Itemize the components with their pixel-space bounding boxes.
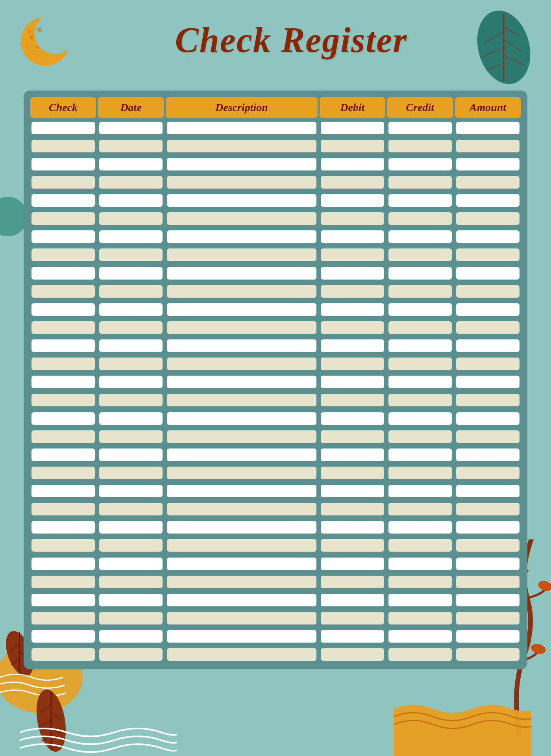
table-cell[interactable] xyxy=(98,501,164,517)
table-cell[interactable] xyxy=(455,574,521,590)
table-cell[interactable] xyxy=(98,392,164,408)
table-cell[interactable] xyxy=(98,647,164,663)
table-cell[interactable] xyxy=(30,174,96,190)
table-cell[interactable] xyxy=(387,265,453,281)
table-cell[interactable] xyxy=(166,574,318,590)
table-cell[interactable] xyxy=(166,138,318,154)
table-cell[interactable] xyxy=(455,647,521,663)
table-cell[interactable] xyxy=(387,574,453,590)
table-cell[interactable] xyxy=(166,301,318,317)
table-cell[interactable] xyxy=(166,338,318,354)
table-cell[interactable] xyxy=(455,229,521,245)
table-cell[interactable] xyxy=(30,301,96,317)
table-cell[interactable] xyxy=(166,410,318,426)
table-cell[interactable] xyxy=(455,319,521,335)
table-cell[interactable] xyxy=(98,428,164,445)
table-cell[interactable] xyxy=(166,193,318,209)
table-cell[interactable] xyxy=(387,247,453,263)
table-cell[interactable] xyxy=(166,447,318,463)
table-cell[interactable] xyxy=(30,356,96,372)
table-cell[interactable] xyxy=(30,138,96,154)
table-cell[interactable] xyxy=(455,211,521,227)
table-cell[interactable] xyxy=(166,356,318,372)
table-cell[interactable] xyxy=(166,592,318,608)
table-cell[interactable] xyxy=(387,537,453,554)
table-cell[interactable] xyxy=(98,338,164,354)
table-cell[interactable] xyxy=(30,319,96,335)
table-cell[interactable] xyxy=(387,647,453,663)
table-cell[interactable] xyxy=(320,428,385,445)
table-cell[interactable] xyxy=(166,374,318,390)
table-cell[interactable] xyxy=(30,193,96,209)
table-cell[interactable] xyxy=(320,628,385,645)
table-cell[interactable] xyxy=(98,247,164,263)
table-cell[interactable] xyxy=(166,610,318,626)
table-cell[interactable] xyxy=(387,519,453,536)
table-cell[interactable] xyxy=(387,174,453,190)
table-cell[interactable] xyxy=(387,483,453,499)
table-cell[interactable] xyxy=(98,301,164,317)
table-cell[interactable] xyxy=(387,138,453,154)
table-cell[interactable] xyxy=(30,592,96,608)
table-cell[interactable] xyxy=(455,301,521,317)
table-cell[interactable] xyxy=(166,283,318,299)
table-cell[interactable] xyxy=(320,392,385,408)
table-cell[interactable] xyxy=(166,647,318,663)
table-cell[interactable] xyxy=(98,628,164,645)
table-cell[interactable] xyxy=(98,519,164,536)
table-cell[interactable] xyxy=(98,592,164,608)
table-cell[interactable] xyxy=(30,283,96,299)
table-cell[interactable] xyxy=(320,519,385,536)
table-cell[interactable] xyxy=(455,556,521,572)
table-cell[interactable] xyxy=(387,501,453,517)
table-cell[interactable] xyxy=(98,283,164,299)
table-cell[interactable] xyxy=(30,374,96,390)
table-cell[interactable] xyxy=(455,519,521,536)
table-cell[interactable] xyxy=(166,556,318,572)
table-cell[interactable] xyxy=(387,428,453,445)
table-cell[interactable] xyxy=(166,537,318,554)
table-cell[interactable] xyxy=(320,465,385,481)
table-cell[interactable] xyxy=(30,610,96,626)
table-cell[interactable] xyxy=(98,610,164,626)
table-cell[interactable] xyxy=(320,247,385,263)
table-cell[interactable] xyxy=(320,647,385,663)
table-cell[interactable] xyxy=(30,537,96,554)
table-cell[interactable] xyxy=(455,283,521,299)
table-cell[interactable] xyxy=(166,229,318,245)
table-cell[interactable] xyxy=(455,501,521,517)
table-cell[interactable] xyxy=(30,428,96,445)
table-cell[interactable] xyxy=(166,501,318,517)
table-cell[interactable] xyxy=(166,392,318,408)
table-cell[interactable] xyxy=(387,338,453,354)
table-cell[interactable] xyxy=(320,537,385,554)
table-cell[interactable] xyxy=(98,574,164,590)
table-cell[interactable] xyxy=(320,610,385,626)
table-cell[interactable] xyxy=(320,374,385,390)
table-cell[interactable] xyxy=(387,319,453,335)
table-cell[interactable] xyxy=(98,374,164,390)
table-cell[interactable] xyxy=(455,537,521,554)
table-cell[interactable] xyxy=(30,483,96,499)
table-cell[interactable] xyxy=(98,483,164,499)
table-cell[interactable] xyxy=(387,610,453,626)
table-cell[interactable] xyxy=(166,265,318,281)
table-cell[interactable] xyxy=(455,265,521,281)
table-cell[interactable] xyxy=(30,338,96,354)
table-cell[interactable] xyxy=(98,265,164,281)
table-cell[interactable] xyxy=(455,483,521,499)
table-cell[interactable] xyxy=(387,374,453,390)
table-cell[interactable] xyxy=(30,229,96,245)
table-cell[interactable] xyxy=(387,193,453,209)
table-cell[interactable] xyxy=(455,592,521,608)
table-cell[interactable] xyxy=(320,483,385,499)
table-cell[interactable] xyxy=(30,265,96,281)
table-cell[interactable] xyxy=(30,247,96,263)
table-cell[interactable] xyxy=(30,556,96,572)
table-cell[interactable] xyxy=(98,156,164,172)
table-cell[interactable] xyxy=(98,410,164,426)
table-cell[interactable] xyxy=(30,647,96,663)
table-cell[interactable] xyxy=(98,229,164,245)
table-cell[interactable] xyxy=(30,410,96,426)
table-cell[interactable] xyxy=(320,501,385,517)
